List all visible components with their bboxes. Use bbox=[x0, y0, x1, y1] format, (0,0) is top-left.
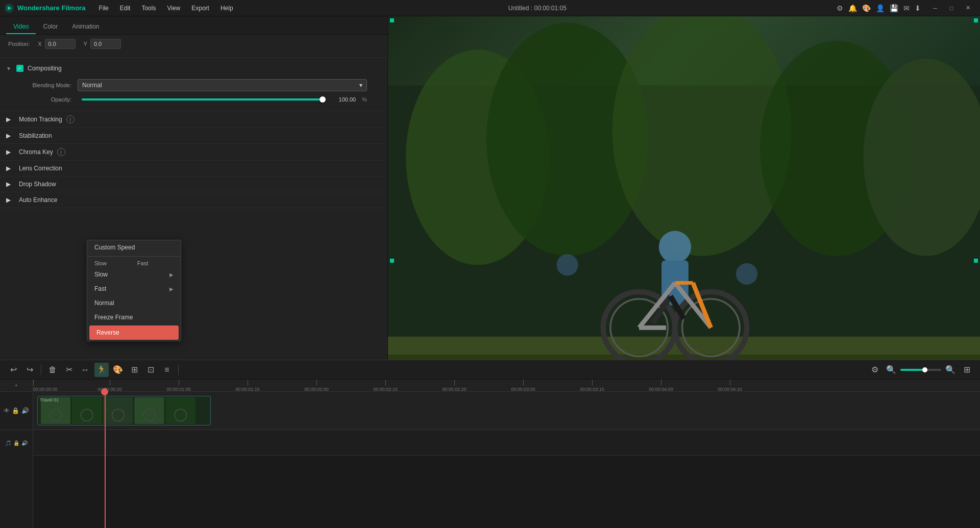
minimize-button[interactable]: ─ bbox=[927, 0, 943, 16]
ctx-sep-1 bbox=[87, 256, 181, 257]
ctx-custom-speed-label: Custom Speed bbox=[94, 244, 135, 251]
menu-export[interactable]: Export bbox=[186, 3, 214, 14]
delete-button[interactable]: 🗑 bbox=[45, 363, 60, 377]
menu-view[interactable]: View bbox=[162, 3, 185, 14]
compositing-header[interactable]: ▼ Compositing bbox=[0, 62, 387, 75]
overlay-button[interactable]: ⊞ bbox=[127, 363, 141, 377]
tab-color[interactable]: Color bbox=[36, 20, 65, 34]
x-label: X bbox=[38, 41, 41, 47]
lock-icon[interactable]: 🔒 bbox=[12, 407, 19, 414]
stabilization-section[interactable]: ▶ Stabilization bbox=[0, 128, 387, 144]
blend-select[interactable]: Normal ▾ bbox=[78, 79, 367, 91]
message-icon[interactable]: ✉ bbox=[903, 4, 910, 12]
auto-enhance-section[interactable]: ▶ Auto Enhance bbox=[0, 192, 387, 208]
ruler-mark-9: 00:00:04:00 bbox=[661, 380, 662, 386]
compositing-chevron: ▼ bbox=[6, 66, 12, 71]
chroma-key-section[interactable]: ▶ Chroma Key i bbox=[0, 144, 387, 161]
drop-shadow-section[interactable]: ▶ Drop Shadow bbox=[0, 177, 387, 192]
svg-point-9 bbox=[659, 231, 691, 263]
opacity-thumb[interactable] bbox=[320, 96, 326, 103]
notification-icon[interactable]: 🔔 bbox=[848, 4, 857, 12]
settings-icon[interactable]: ⚙ bbox=[837, 4, 843, 12]
zoom-thumb[interactable] bbox=[922, 367, 927, 372]
maximize-button[interactable]: □ bbox=[943, 0, 960, 16]
lock-a1-icon[interactable]: 🔒 bbox=[13, 440, 19, 446]
tab-animation[interactable]: Animation bbox=[65, 20, 106, 34]
menu-tools[interactable]: Tools bbox=[136, 3, 161, 14]
color-match-button[interactable]: 🎨 bbox=[111, 363, 125, 377]
preview-side-right bbox=[974, 259, 978, 263]
eye-icon[interactable]: 👁 bbox=[4, 407, 10, 414]
ctx-custom-speed[interactable]: Custom Speed bbox=[87, 240, 181, 255]
playhead-head[interactable] bbox=[101, 388, 108, 395]
toolbar-separator-2 bbox=[178, 365, 179, 375]
position-label: Position: bbox=[8, 41, 30, 47]
compositing-title: Compositing bbox=[28, 65, 62, 72]
auto-enhance-chevron: ▶ bbox=[6, 196, 11, 204]
svg-rect-27 bbox=[103, 397, 133, 424]
tab-video[interactable]: Video bbox=[6, 20, 36, 34]
motion-tracking-section[interactable]: ▶ Motion Tracking i bbox=[0, 111, 387, 128]
redo-button[interactable]: ↪ bbox=[22, 363, 37, 377]
ctx-freeze-frame[interactable]: Freeze Frame bbox=[87, 310, 181, 324]
preview-corner-tl bbox=[390, 18, 394, 22]
timeline-settings-button[interactable]: ⚙ bbox=[868, 363, 882, 377]
motion-tracking-title: Motion Tracking bbox=[19, 116, 62, 123]
timeline-section: ↩ ↪ 🗑 ✂ ↔ 🏃 🎨 ⊞ ⊡ ≡ ⚙ 🔍 🔍 ⊞ + bbox=[0, 360, 980, 528]
ruler-mark-6: 00:00:02:20 bbox=[454, 380, 455, 386]
blend-chevron-icon: ▾ bbox=[359, 82, 362, 89]
ctx-reverse-label: Reverse bbox=[96, 329, 119, 336]
opacity-slider[interactable] bbox=[82, 98, 323, 100]
slow-fast-bar: Slow Fast bbox=[87, 258, 181, 267]
position-x-field: X bbox=[38, 39, 75, 49]
ctx-normal[interactable]: Normal bbox=[87, 296, 181, 310]
ctx-reverse[interactable]: Reverse bbox=[89, 325, 179, 340]
fit-button[interactable]: ⊞ bbox=[960, 363, 974, 377]
svg-rect-26 bbox=[72, 397, 102, 424]
adjust-button[interactable]: ≡ bbox=[160, 363, 174, 377]
save-icon[interactable]: 💾 bbox=[890, 4, 898, 12]
position-y-input[interactable] bbox=[90, 39, 121, 49]
ctx-fast[interactable]: Fast ▶ bbox=[87, 282, 181, 296]
app-name: Wondershare Filmora bbox=[17, 4, 85, 12]
ruler-mark-1: 00:00:00:20 bbox=[110, 380, 110, 386]
menu-edit[interactable]: Edit bbox=[115, 3, 136, 14]
cut-button[interactable]: ✂ bbox=[62, 363, 76, 377]
opacity-percent: % bbox=[362, 96, 367, 103]
zoom-fill bbox=[900, 369, 925, 371]
motion-tracking-info-icon[interactable]: i bbox=[66, 115, 75, 123]
panel-tabs: Video Color Animation bbox=[0, 16, 387, 35]
ctx-slow[interactable]: Slow ▶ bbox=[87, 267, 181, 282]
compositing-checkbox[interactable] bbox=[16, 65, 23, 72]
toolbar-separator-1 bbox=[41, 365, 41, 375]
speed-button[interactable]: 🏃 bbox=[94, 363, 109, 377]
titlebar: Wondershare Filmora File Edit Tools View… bbox=[0, 0, 980, 16]
lens-correction-title: Lens Correction bbox=[19, 165, 62, 172]
zoom-out-button[interactable]: 🔍 bbox=[884, 363, 898, 377]
zoom-in-button[interactable]: 🔍 bbox=[943, 363, 958, 377]
account-icon[interactable]: 👤 bbox=[876, 4, 885, 12]
transform-button[interactable]: ↔ bbox=[78, 363, 92, 377]
ruler-mark-5: 00:00:02:10 bbox=[385, 380, 386, 386]
menu-help[interactable]: Help bbox=[215, 3, 238, 14]
speaker-icon[interactable]: 🔊 bbox=[21, 407, 29, 414]
theme-icon[interactable]: 🎨 bbox=[862, 4, 871, 12]
undo-button[interactable]: ↩ bbox=[6, 363, 20, 377]
volume-a1-icon[interactable]: 🔊 bbox=[21, 440, 28, 446]
lens-correction-section[interactable]: ▶ Lens Correction bbox=[0, 161, 387, 177]
chroma-key-title: Chroma Key bbox=[19, 148, 53, 156]
video-track-area[interactable]: Travel 01 bbox=[33, 392, 980, 430]
download-icon[interactable]: ⬇ bbox=[915, 4, 921, 12]
add-media-area[interactable]: + bbox=[0, 380, 33, 392]
position-x-input[interactable] bbox=[45, 39, 76, 49]
menu-file[interactable]: File bbox=[93, 3, 113, 14]
position-y-field: Y bbox=[84, 39, 121, 49]
video-clip[interactable]: Travel 01 bbox=[37, 396, 211, 425]
preview-side-left bbox=[390, 259, 394, 263]
close-button[interactable]: ✕ bbox=[960, 0, 976, 16]
preview-corner-tr bbox=[974, 18, 978, 22]
zoom-slider[interactable] bbox=[900, 369, 941, 371]
timeline-scroll-area[interactable]: 00:00:00:00 00:00:00:20 00:00:01:05 00:0… bbox=[33, 380, 980, 528]
chroma-key-info-icon[interactable]: i bbox=[57, 148, 65, 156]
crop-button[interactable]: ⊡ bbox=[143, 363, 158, 377]
